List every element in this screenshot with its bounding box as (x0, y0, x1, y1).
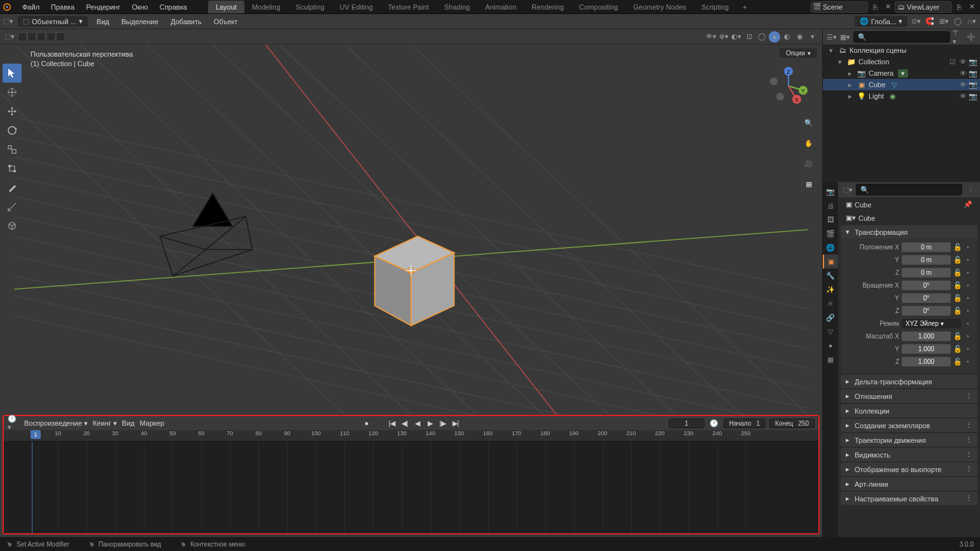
rotation-x-field[interactable]: 0° (902, 281, 951, 290)
outliner-search-input[interactable] (853, 31, 950, 43)
menu-edit[interactable]: Правка (46, 1, 79, 13)
ptab-scene[interactable]: 🎬 (823, 227, 838, 241)
keyframe-next-icon[interactable]: |▶ (437, 417, 449, 429)
tab-sculpting[interactable]: Sculpting (288, 1, 332, 13)
move-tool[interactable] (3, 102, 22, 121)
shading-rendered-icon[interactable]: ◉ (794, 31, 806, 43)
tab-scripting[interactable]: Scripting (694, 1, 736, 13)
rotation-mode-select[interactable]: XYZ Эйлер ▾ (902, 319, 961, 328)
annotate-tool[interactable] (3, 178, 22, 197)
pivot-icon[interactable]: ⊙▾ (910, 16, 921, 27)
scene-selector[interactable]: 🎬 (811, 1, 868, 13)
submenu-add[interactable]: Добавить (165, 17, 207, 27)
ptab-texture[interactable]: ▦ (823, 352, 838, 366)
collection-check-icon[interactable]: ☑ (948, 58, 957, 66)
relations-header[interactable]: ▸Отношения⋮ (841, 389, 977, 403)
timeline-ruler[interactable]: 1 10203040506070809010011012013014015016… (4, 430, 818, 442)
start-frame-field[interactable]: Начало1 (724, 419, 766, 428)
panel-options-icon[interactable]: ⋮ (965, 421, 972, 429)
jump-start-icon[interactable]: |◀ (386, 417, 398, 429)
delta-transform-header[interactable]: ▸Дельта-трансформация (841, 375, 977, 388)
keyframe-prev-icon[interactable]: ◀| (398, 417, 411, 429)
mode-selector[interactable]: ⬚ Объектный ... ▾ (18, 16, 88, 27)
shading-material-icon[interactable]: ◐ (781, 31, 793, 43)
object-name-field[interactable]: ▣▾ Cube (841, 212, 977, 224)
transform-header[interactable]: ▾Трансформация (841, 225, 977, 239)
tab-compositing[interactable]: Compositing (571, 1, 626, 13)
panel-options-icon[interactable]: ⋮ (965, 450, 972, 459)
visibility-icon[interactable]: 👁 (958, 58, 967, 66)
scene-delete-icon[interactable]: ✕ (882, 1, 893, 13)
viewlayer-name-input[interactable] (907, 3, 951, 11)
visibility-icon[interactable]: 👁 (958, 69, 967, 78)
disclosure-icon[interactable]: ▾ (838, 58, 844, 66)
properties-search-input[interactable] (856, 184, 962, 195)
lock-icon[interactable]: 🔓 (953, 345, 962, 353)
playhead-line[interactable] (32, 442, 32, 533)
snap-target-icon[interactable]: ⊞▾ (938, 16, 949, 27)
location-y-field[interactable]: 0 m (902, 255, 951, 265)
tab-rendering[interactable]: Rendering (524, 1, 571, 13)
play-icon[interactable]: ▶ (424, 417, 437, 429)
ptab-material[interactable]: ● (823, 338, 838, 352)
rotation-y-field[interactable]: 0° (902, 293, 951, 303)
ptab-output[interactable]: 🖨 (823, 199, 838, 213)
lock-icon[interactable]: 🔓 (953, 243, 962, 251)
lock-icon[interactable]: 🔓 (953, 294, 962, 302)
viewport-3d-area[interactable]: Опции ▾ Пользовательская перспектива (1)… (0, 45, 822, 415)
render-icon[interactable]: 📷 (969, 58, 977, 66)
viewport-display-header[interactable]: ▸Отображение во вьюпорте⋮ (841, 463, 977, 476)
collections-header[interactable]: ▸Коллекции (841, 404, 977, 417)
location-z-field[interactable]: 0 m (902, 268, 951, 277)
tab-texturepaint[interactable]: Texture Paint (381, 1, 437, 13)
timeline-editor-type-icon[interactable]: 🕐▾ (8, 417, 19, 429)
xray-icon[interactable]: ⊡ (743, 31, 755, 43)
properties-options-icon[interactable]: ⋮ (965, 184, 976, 195)
rotate-tool[interactable] (3, 121, 22, 140)
outliner-filter-icon[interactable]: 〒▾ (953, 31, 963, 43)
outliner-collection-row[interactable]: ▾ 📁 Collection ☑👁📷 (823, 56, 980, 67)
current-frame-field[interactable]: 1 (669, 419, 704, 428)
tab-geonodes[interactable]: Geometry Nodes (626, 1, 694, 13)
lock-icon[interactable]: 🔓 (953, 256, 962, 264)
tab-add-button[interactable]: + (736, 1, 753, 13)
tab-modeling[interactable]: Modeling (244, 1, 288, 13)
lock-icon[interactable]: 🔓 (953, 281, 962, 289)
outliner-camera-row[interactable]: ▸ 📷 Camera ▾ 👁📷 (823, 67, 980, 79)
perspective-toggle-icon[interactable]: ▦ (801, 176, 817, 192)
shading-solid-icon[interactable]: ● (769, 31, 780, 43)
ptab-physics[interactable]: ⚛ (823, 296, 838, 310)
disclosure-icon[interactable]: ▸ (848, 92, 855, 101)
visibility-header[interactable]: ▸Видимость⋮ (841, 448, 977, 461)
outliner-type-icon[interactable]: ☰▾ (827, 31, 837, 43)
measure-tool[interactable] (3, 197, 22, 216)
rotation-z-field[interactable]: 0° (902, 306, 951, 316)
disclosure-icon[interactable]: ▸ (848, 81, 855, 89)
timeline-playback-menu[interactable]: Воспроизведение ▾ (24, 419, 88, 428)
editor-type-3d-icon[interactable]: ⬚▾ (4, 31, 15, 43)
scene-name-input[interactable] (823, 3, 867, 11)
autokey-icon[interactable]: ● (360, 417, 373, 429)
viewlayer-delete-icon[interactable]: ✕ (966, 1, 977, 13)
ptab-data[interactable]: ▽ (823, 324, 838, 338)
scale-z-field[interactable]: 1.000 (902, 357, 951, 366)
props-editor-type-icon[interactable]: ⬚▾ (842, 184, 853, 195)
panel-options-icon[interactable]: ⋮ (965, 392, 972, 400)
camera-data-icon[interactable]: ▾ (898, 69, 908, 78)
snap-icon[interactable]: 🧲 (924, 16, 935, 27)
lock-icon[interactable]: 🔓 (953, 358, 962, 366)
camera-view-icon[interactable]: 🎥 (801, 155, 817, 172)
scale-x-field[interactable]: 1.000 (902, 331, 951, 341)
proportional-icon[interactable]: ◯ (952, 16, 963, 27)
outliner-display-icon[interactable]: ▦▾ (840, 31, 851, 43)
tab-shading[interactable]: Shading (437, 1, 477, 13)
cube-object[interactable] (375, 236, 454, 325)
submenu-select[interactable]: Выделение (116, 17, 164, 27)
gizmo-toggle-icon[interactable]: ⊕▾ (718, 31, 729, 43)
menu-render[interactable]: Рендеринг (81, 1, 125, 13)
select-mode-buttons[interactable] (18, 32, 65, 41)
tab-layout[interactable]: Layout (208, 1, 244, 13)
menu-help[interactable]: Справка (155, 1, 192, 13)
pan-icon[interactable]: ✋ (801, 135, 817, 151)
ptab-modifiers[interactable]: 🔧 (823, 269, 838, 282)
